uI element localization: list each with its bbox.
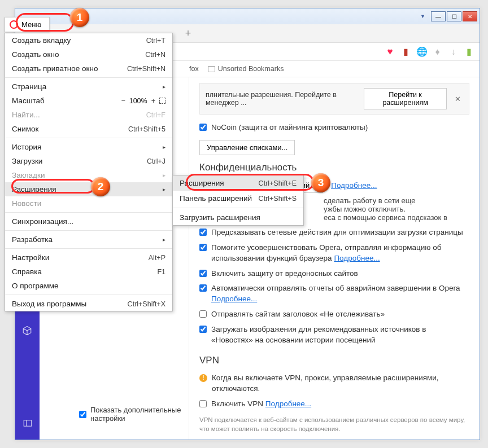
- show-advanced-checkbox[interactable]: Показать дополнительные настройки: [79, 406, 189, 423]
- menu-history[interactable]: История▸: [5, 140, 172, 154]
- more-link[interactable]: Подробнее...: [211, 295, 257, 303]
- vpn-enable-checkbox[interactable]: Включить VPN Подробнее...: [199, 397, 469, 412]
- submenu-load[interactable]: Загрузить расширения: [173, 210, 303, 225]
- help-improve-checkbox[interactable]: Помогите усовершенствовать Opera, отправ…: [199, 240, 469, 266]
- close-notice-icon[interactable]: ✕: [452, 95, 463, 103]
- predict-checkbox[interactable]: Предсказывать сетевые действия для оптим…: [199, 225, 469, 240]
- folder-icon: [208, 66, 215, 72]
- shield-icon[interactable]: ♦: [433, 47, 442, 56]
- sidebar-toggle-icon[interactable]: ▮: [401, 47, 411, 56]
- more-link[interactable]: Подробнее...: [334, 254, 380, 262]
- menu-find: Найти...Ctrl+F: [5, 108, 172, 122]
- notice-text: плнительные разрешения. Перейдите в мене…: [206, 91, 358, 107]
- panel-icon[interactable]: [23, 418, 33, 428]
- more-link[interactable]: Подробнее...: [265, 399, 311, 408]
- bookmark-folder[interactable]: fox: [185, 65, 203, 73]
- download-icon[interactable]: ↓: [448, 47, 458, 56]
- maximize-button[interactable]: ☐: [447, 11, 461, 21]
- new-tab-button[interactable]: +: [182, 28, 194, 39]
- badge-2: 2: [91, 177, 110, 196]
- menu-snapshot[interactable]: СнимокCtrl+Shift+5: [5, 122, 172, 136]
- vpn-warning: !Когда вы включаете VPN, прокси, управля…: [199, 371, 469, 397]
- menu-new-window[interactable]: Создать окноCtrl+N: [5, 47, 172, 62]
- submenu-panel[interactable]: Панель расширенийCtrl+Shift+S: [173, 191, 303, 206]
- submenu-extensions[interactable]: РасширенияCtrl+Shift+E: [173, 175, 303, 191]
- badge-3: 3: [311, 173, 330, 192]
- opera-icon: [10, 20, 18, 29]
- dnt-checkbox[interactable]: Отправлять сайтам заголовок «Не отслежив…: [199, 307, 469, 322]
- menu-develop[interactable]: Разработка▸: [5, 232, 172, 247]
- warning-icon: !: [199, 374, 207, 382]
- extension-notice: плнительные разрешения. Перейдите в мене…: [199, 83, 469, 115]
- menu-downloads[interactable]: ЗагрузкиCtrl+J: [5, 154, 172, 168]
- news-img-checkbox[interactable]: Загружать изображения для рекомендованны…: [199, 322, 469, 348]
- menu-sync[interactable]: Синхронизация...: [5, 214, 172, 229]
- svg-rect-0: [24, 420, 32, 427]
- badge-1: 1: [70, 8, 89, 27]
- menu-settings[interactable]: НастройкиAlt+P: [5, 251, 172, 265]
- globe-icon[interactable]: 🌐: [417, 47, 426, 56]
- main-menu: Создать вкладкуCtrl+T Создать окноCtrl+N…: [5, 33, 173, 311]
- menu-help[interactable]: СправкаF1: [5, 265, 172, 279]
- heart-icon[interactable]: ♥: [385, 47, 395, 56]
- manage-lists-button[interactable]: Управление списками...: [199, 140, 295, 155]
- vpn-note: VPN подключается к веб-сайтам с использо…: [199, 415, 469, 433]
- menu-new-tab[interactable]: Создать вкладкуCtrl+T: [5, 33, 172, 47]
- bookmark-folder[interactable]: Unsorted Bookmarks: [203, 65, 289, 73]
- menu-page[interactable]: Страница▸: [5, 80, 172, 94]
- menu-new-private[interactable]: Создать приватное окноCtrl+Shift+N: [5, 62, 172, 76]
- menu-extensions[interactable]: Расширения▸: [5, 182, 172, 196]
- close-button[interactable]: ✕: [463, 11, 477, 21]
- dropdown-icon[interactable]: ▼: [420, 14, 425, 19]
- privacy-heading: Конфиденциальность: [199, 162, 469, 173]
- menu-button[interactable]: Меню: [5, 17, 50, 32]
- malware-checkbox[interactable]: Включить защиту от вредоносных сайтов: [199, 266, 469, 282]
- menu-about[interactable]: О программе: [5, 279, 172, 293]
- minimize-button[interactable]: —: [431, 11, 446, 21]
- zoom-in-button[interactable]: +: [151, 97, 155, 105]
- android-icon[interactable]: ▮: [464, 47, 474, 56]
- menu-bookmarks[interactable]: Закладки▸: [5, 168, 172, 182]
- nocoin-checkbox[interactable]: NoCoin (защита от майнинга криптовалюты): [199, 120, 469, 135]
- cube-icon[interactable]: [22, 326, 32, 336]
- zoom-out-button[interactable]: −: [121, 97, 125, 105]
- fullscreen-icon[interactable]: [159, 98, 165, 104]
- crash-checkbox[interactable]: Автоматически отправлять отчеты об авари…: [199, 281, 469, 307]
- extensions-submenu: РасширенияCtrl+Shift+E Панель расширений…: [172, 175, 304, 226]
- menu-exit[interactable]: Выход из программыCtrl+Shift+X: [5, 297, 172, 311]
- privacy-more-link[interactable]: Подробнее...: [331, 181, 377, 190]
- vpn-heading: VPN: [199, 355, 469, 366]
- go-to-extensions-button[interactable]: Перейти к расширениям: [364, 88, 447, 109]
- menu-news[interactable]: Новости: [5, 196, 172, 210]
- settings-main: плнительные разрешения. Перейдите в мене…: [189, 77, 480, 440]
- menu-zoom: Масштаб − 100% +: [5, 94, 172, 108]
